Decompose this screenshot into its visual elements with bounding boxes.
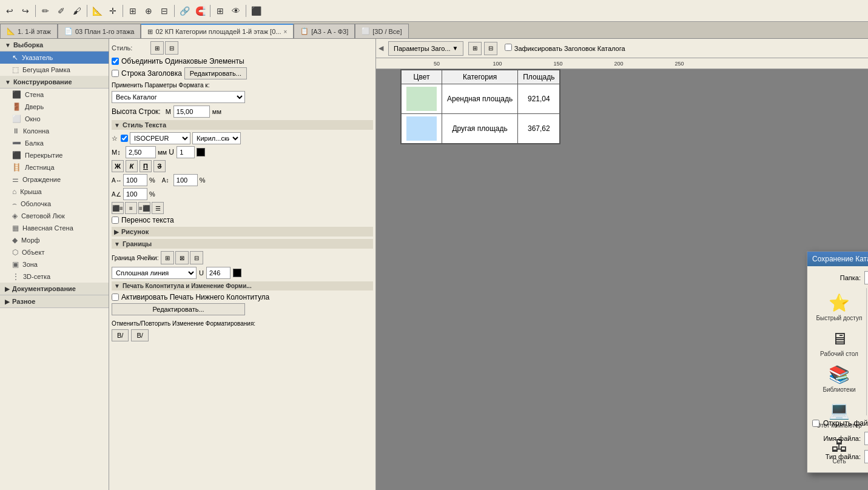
open-after-save-checkbox[interactable] xyxy=(812,420,819,427)
picture-label: Рисунок xyxy=(121,228,149,235)
tab-3d[interactable]: ⬜ [3D / Все] xyxy=(355,24,408,38)
sidebar-item-roof[interactable]: ⌂ Крыша xyxy=(0,186,109,198)
slab-icon: ⬛ xyxy=(12,151,21,159)
tab-a3[interactable]: 📋 [А3 - А - Ф3] xyxy=(294,24,355,38)
font-select[interactable]: ISOCPEUR xyxy=(130,132,190,144)
params-icon-1[interactable]: ⊞ xyxy=(468,42,482,55)
folder-select[interactable]: Excel xyxy=(864,271,868,284)
lock-header-checkbox[interactable] xyxy=(505,44,512,51)
font-size-input[interactable] xyxy=(126,146,156,158)
scale-b-input[interactable] xyxy=(173,174,198,186)
sidebar-item-marquee[interactable]: ⬚ Бегущая Рамка xyxy=(0,64,109,76)
angle-icon[interactable]: 📐 xyxy=(90,4,104,18)
sidebar-item-beam[interactable]: ➖ Балка xyxy=(0,137,109,149)
redo-format-btn[interactable]: B/ xyxy=(131,329,148,341)
sidebar-item-door[interactable]: 🚪 Дверь xyxy=(0,101,109,113)
border-icon-2[interactable]: ⊠ xyxy=(175,251,189,264)
sidebar-item-zone[interactable]: ▣ Зона xyxy=(0,258,109,270)
word-wrap-checkbox[interactable] xyxy=(112,216,119,224)
sidebar-item-object[interactable]: ⬡ Объект xyxy=(0,246,109,258)
params-icon-2[interactable]: ⊟ xyxy=(484,42,497,55)
sidebar-item-railing[interactable]: ⚌ Ограждение xyxy=(0,173,109,186)
sidebar-item-stair[interactable]: 🪜 Лестница xyxy=(0,161,109,173)
scale-a-pct: % xyxy=(149,176,155,184)
object-icon: ⬡ xyxy=(12,248,18,257)
strikethrough-btn[interactable]: З xyxy=(153,160,166,172)
sidebar-item-slab[interactable]: ⬛ Перекрытие xyxy=(0,149,109,161)
params-button[interactable]: Параметры Заго... ▼ xyxy=(388,41,463,56)
script-select[interactable]: Кирил...ский xyxy=(192,132,241,144)
sidebar-item-column[interactable]: ⏸ Колонна xyxy=(0,125,109,137)
undo-icon[interactable]: ↩ xyxy=(2,4,17,18)
select-icon[interactable]: ⬛ xyxy=(249,4,263,18)
undo-format-btn[interactable]: B/ xyxy=(112,329,129,341)
sidebar-item-pointer[interactable]: ↖ Указатель xyxy=(0,52,109,64)
tab-floor-plan[interactable]: 📐 1. 1-й этаж xyxy=(0,24,58,38)
pencil-icon[interactable]: ✐ xyxy=(54,4,69,18)
scale-c-input[interactable] xyxy=(123,188,147,200)
font-checkbox[interactable] xyxy=(121,135,128,142)
filename-input[interactable]: 02 КП Категории площадей 1-й этаж.xlsx xyxy=(864,432,868,445)
color-swatch-blue xyxy=(406,116,437,141)
scale-a-input[interactable] xyxy=(123,174,147,186)
sidebar-item-object-label: Объект xyxy=(22,249,44,256)
sidebar-item-skylight[interactable]: ◈ Световой Люк xyxy=(0,210,109,222)
sidebar-item-window[interactable]: ⬜ Окно xyxy=(0,113,109,125)
grid-icon[interactable]: ⊞ xyxy=(126,4,140,18)
sidebar-section-misc[interactable]: ▶ Разное xyxy=(0,295,109,308)
align-center-btn[interactable]: ≡ xyxy=(125,202,137,214)
open-after-save-label: Открыть файл после сохранения xyxy=(823,419,868,428)
bold-btn[interactable]: Ж xyxy=(112,160,124,172)
combine-checkbox[interactable] xyxy=(112,58,119,65)
sidebar-item-wall[interactable]: ⬛ Стена xyxy=(0,89,109,101)
filetype-select[interactable]: Книга Excel (*.xlsx) xyxy=(864,450,868,463)
word-wrap-row: Перенос текста xyxy=(112,216,373,224)
view-icon[interactable]: 👁 xyxy=(229,4,243,18)
tab-categories-close[interactable]: × xyxy=(283,29,287,35)
move-icon[interactable]: ✛ xyxy=(106,4,120,18)
grid-style-btn-1[interactable]: ⊞ xyxy=(150,41,164,55)
desktop-item[interactable]: 🖥 Рабочий стол xyxy=(820,329,858,357)
sidebar-item-morph[interactable]: ◆ Морф xyxy=(0,234,109,246)
snap-icon[interactable]: ⊟ xyxy=(157,4,172,18)
tab-floor-plan-icon: 📐 xyxy=(7,27,15,35)
tab-categories[interactable]: ⊞ 02 КП Категории площадей 1-й этаж [0..… xyxy=(141,24,294,38)
tab-plan-1[interactable]: 📄 03 План 1-го этажа xyxy=(58,24,141,38)
link-icon[interactable]: 🔗 xyxy=(177,4,192,18)
layer-icon[interactable]: ⊞ xyxy=(213,4,227,18)
apply-select[interactable]: Весь Каталог xyxy=(112,91,245,103)
print-edit-button[interactable]: Редактировать... xyxy=(112,303,245,315)
crosshair-icon[interactable]: ⊕ xyxy=(141,4,156,18)
spacing-input[interactable] xyxy=(177,146,195,158)
sidebar-item-curtwall[interactable]: ▦ Навесная Стена xyxy=(0,222,109,234)
align-right-btn[interactable]: ≡⬛ xyxy=(138,202,150,214)
sidebar-section-selection[interactable]: ▼ Выборка xyxy=(0,39,109,52)
sidebar-section-construction-label: Конструирование xyxy=(13,78,72,86)
italic-btn[interactable]: К xyxy=(126,160,138,172)
sidebar-section-documentation[interactable]: ▶ Документирование xyxy=(0,283,109,295)
redo-icon[interactable]: ↪ xyxy=(18,4,33,18)
border-icon-1[interactable]: ⊞ xyxy=(161,251,174,264)
sidebar-section-construction[interactable]: ▼ Конструирование xyxy=(0,76,109,89)
quick-access-item[interactable]: ⭐ Быстрый доступ xyxy=(816,293,863,321)
print-activate-checkbox[interactable] xyxy=(112,294,119,301)
row-height-M-icon: M xyxy=(166,108,171,115)
border-icon-3[interactable]: ⊟ xyxy=(190,251,203,264)
magnet-icon[interactable]: 🧲 xyxy=(193,4,207,18)
sidebar-item-shell[interactable]: ⌢ Оболочка xyxy=(0,198,109,210)
align-left-btn[interactable]: ⬛≡ xyxy=(112,202,124,214)
libraries-item[interactable]: 📚 Библиотеки xyxy=(823,364,855,393)
edit-button[interactable]: Редактировать... xyxy=(184,67,247,79)
border-value-input[interactable] xyxy=(206,267,230,279)
collapse-arrow[interactable]: ◀ xyxy=(378,44,383,52)
pen-icon[interactable]: ✏ xyxy=(38,4,53,18)
border-style-select[interactable]: Сплошная линия xyxy=(112,267,197,279)
catalog-cell-area-1: 921,04 xyxy=(518,84,560,114)
align-justify-btn[interactable]: ☰ xyxy=(152,202,164,214)
header-checkbox[interactable] xyxy=(112,70,119,77)
sidebar-item-mesh[interactable]: ⋮ 3D-сетка xyxy=(0,270,109,283)
row-height-input[interactable] xyxy=(173,106,210,118)
brush-icon[interactable]: 🖌 xyxy=(70,4,84,18)
grid-style-btn-2[interactable]: ⊟ xyxy=(165,41,178,55)
underline-btn[interactable]: П xyxy=(140,160,152,172)
